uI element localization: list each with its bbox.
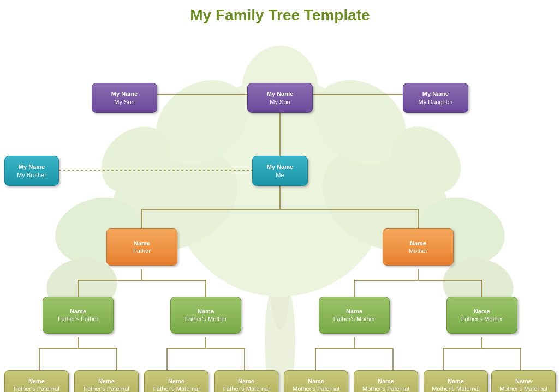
node-mm-paternal-gf[interactable]: Name Mother's Paternal Grandfather [284,370,348,392]
node-ff-maternal-gm[interactable]: Name Father's Maternal Grandmother [214,370,278,392]
node-fathers-mother[interactable]: Name Father's Mother [170,297,241,334]
node-mothers-father[interactable]: Name Father's Mother [319,297,390,334]
node-mother[interactable]: Name Mother [383,228,454,266]
node-mm-maternal-gm[interactable]: Name Mother's Maternal Grandmother [491,370,556,392]
node-father[interactable]: Name Father [106,228,177,266]
node-mothers-mother[interactable]: Name Father's Mother [446,297,517,334]
node-mm-maternal-gf[interactable]: Name Mother's Maternal Grandfather [424,370,488,392]
node-brother[interactable]: My Name My Brother [4,156,59,186]
node-fathers-father[interactable]: Name Father's Father [43,297,114,334]
node-ff-paternal-gf[interactable]: Name Father's Paternal Grandfather [4,370,69,392]
node-mm-paternal-gm[interactable]: Name Mother's Paternal Grandmother [354,370,418,392]
node-son1[interactable]: My Name My Son [92,83,157,113]
node-son2[interactable]: My Name My Son [247,83,313,113]
node-me[interactable]: My Name Me [252,156,308,186]
node-daughter[interactable]: My Name My Daughter [403,83,468,113]
page-title: My Family Tree Template [0,0,560,24]
node-ff-maternal-gf[interactable]: Name Father's Maternal Grandfather [144,370,208,392]
tree-container: .conn { stroke: #8b7a30; stroke-width: 1… [0,24,560,392]
node-ff-paternal-gm[interactable]: Name Father's Paternal Grandmother [74,370,139,392]
